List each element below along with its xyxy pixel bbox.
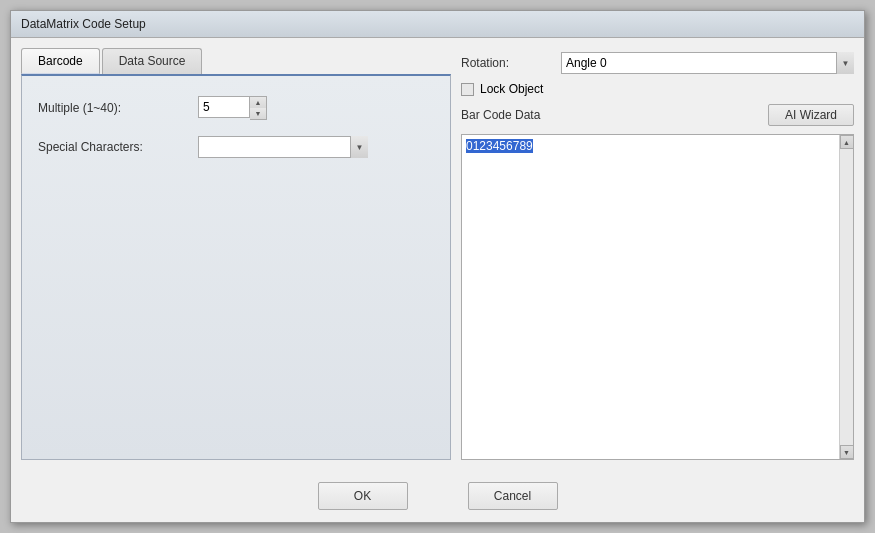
tab-datasource[interactable]: Data Source <box>102 48 203 74</box>
multiple-spinner: ▲ ▼ <box>198 96 267 120</box>
spinner-buttons: ▲ ▼ <box>250 96 267 120</box>
dialog-content: Barcode Data Source Multiple (1~40): ▲ ▼ <box>11 38 864 470</box>
ok-button[interactable]: OK <box>318 482 408 510</box>
textarea-scrollbar: ▲ ▼ <box>839 135 853 459</box>
barcode-data-label: Bar Code Data <box>461 108 540 122</box>
special-chars-row: Special Characters: ▼ <box>38 136 434 158</box>
special-chars-select-wrapper: ▼ <box>198 136 368 158</box>
rotation-select[interactable]: Angle 0 Angle 90 Angle 180 Angle 270 <box>561 52 854 74</box>
spinner-up-button[interactable]: ▲ <box>250 97 266 108</box>
barcode-data-row: Bar Code Data AI Wizard <box>461 104 854 126</box>
right-panel: Rotation: Angle 0 Angle 90 Angle 180 Ang… <box>461 48 854 460</box>
rotation-row: Rotation: Angle 0 Angle 90 Angle 180 Ang… <box>461 52 854 74</box>
scrollbar-track <box>840 149 853 445</box>
dialog-container: DataMatrix Code Setup Barcode Data Sourc… <box>10 10 865 523</box>
title-label: DataMatrix Code Setup <box>21 17 146 31</box>
rotation-select-wrapper: Angle 0 Angle 90 Angle 180 Angle 270 ▼ <box>561 52 854 74</box>
barcode-data-textarea[interactable]: 0123456789 <box>462 135 839 459</box>
special-chars-label: Special Characters: <box>38 140 198 154</box>
multiple-label: Multiple (1~40): <box>38 101 198 115</box>
scrollbar-down-button[interactable]: ▼ <box>840 445 854 459</box>
rotation-label: Rotation: <box>461 56 551 70</box>
scrollbar-up-button[interactable]: ▲ <box>840 135 854 149</box>
barcode-tab-panel: Multiple (1~40): ▲ ▼ Special Characters: <box>21 74 451 460</box>
barcode-textarea-wrapper: 0123456789 ▲ ▼ <box>461 134 854 460</box>
cancel-button[interactable]: Cancel <box>468 482 558 510</box>
multiple-row: Multiple (1~40): ▲ ▼ <box>38 96 434 120</box>
left-panel: Barcode Data Source Multiple (1~40): ▲ ▼ <box>21 48 451 460</box>
lock-object-label: Lock Object <box>480 82 543 96</box>
title-bar: DataMatrix Code Setup <box>11 11 864 38</box>
tab-barcode[interactable]: Barcode <box>21 48 100 74</box>
special-chars-select[interactable] <box>198 136 368 158</box>
dialog-footer: OK Cancel <box>11 470 864 522</box>
lock-object-row: Lock Object <box>461 82 854 96</box>
lock-object-checkbox[interactable] <box>461 83 474 96</box>
multiple-input[interactable] <box>198 96 250 118</box>
ai-wizard-button[interactable]: AI Wizard <box>768 104 854 126</box>
spinner-down-button[interactable]: ▼ <box>250 108 266 119</box>
tab-bar: Barcode Data Source <box>21 48 451 74</box>
